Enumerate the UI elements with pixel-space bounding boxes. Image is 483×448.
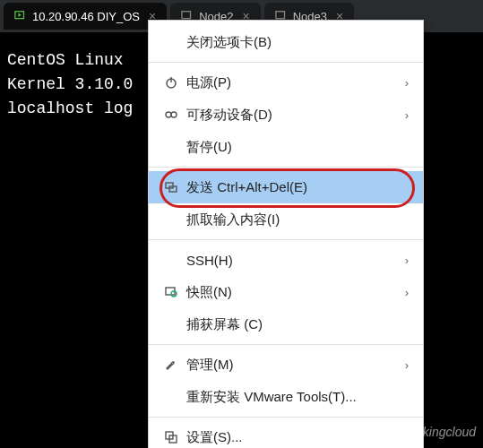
svg-point-6 [171, 112, 177, 117]
chevron-right-icon: › [405, 358, 409, 372]
menu-label: 发送 Ctrl+Alt+Del(E) [183, 179, 409, 196]
menu-grab-input[interactable]: 抓取输入内容(I) [149, 203, 423, 236]
menu-label: 抓取输入内容(I) [183, 211, 409, 228]
svg-rect-1 [182, 12, 191, 19]
svg-point-10 [171, 291, 177, 297]
menu-snapshot[interactable]: 快照(N)› [149, 276, 423, 308]
menu-ssh[interactable]: SSH(H)› [149, 244, 423, 276]
separator [149, 344, 423, 345]
devices-icon [160, 108, 183, 122]
wrench-icon [160, 358, 183, 372]
menu-close-tab[interactable]: 关闭选项卡(B) [149, 26, 423, 58]
menu-label: 可移动设备(D) [183, 107, 405, 124]
chevron-right-icon: › [405, 108, 409, 122]
chevron-right-icon: › [405, 254, 409, 267]
menu-label: 暂停(U) [183, 139, 409, 156]
context-menu: 关闭选项卡(B) 电源(P)› 可移动设备(D)› 暂停(U) 发送 Ctrl+… [148, 20, 424, 448]
menu-capture-screen[interactable]: 捕获屏幕 (C) [149, 308, 423, 340]
menu-power[interactable]: 电源(P)› [149, 66, 423, 99]
menu-label: 快照(N) [183, 284, 405, 301]
menu-manage[interactable]: 管理(M)› [149, 349, 423, 381]
separator [149, 417, 423, 418]
menu-label: 电源(P) [183, 74, 405, 91]
menu-label: 捕获屏幕 (C) [183, 316, 409, 333]
watermark: 头条@walkingcloud [367, 425, 476, 441]
menu-label: 关闭选项卡(B) [183, 34, 409, 51]
menu-label: 重新安装 VMware Tools(T)... [183, 389, 409, 406]
menu-send-ctrl-alt-del[interactable]: 发送 Ctrl+Alt+Del(E) [149, 171, 423, 203]
tab-label: 10.20.90.46 DIY_OS [32, 10, 140, 23]
svg-rect-2 [276, 12, 285, 19]
vm-play-icon [14, 10, 27, 22]
tab-active[interactable]: 10.20.90.46 DIY_OS × [4, 3, 167, 30]
send-keys-icon [160, 180, 183, 194]
separator [149, 239, 423, 240]
menu-reinstall-tools[interactable]: 重新安装 VMware Tools(T)... [149, 381, 423, 413]
svg-point-5 [166, 112, 171, 117]
power-icon [160, 75, 183, 90]
menu-label: 管理(M) [183, 357, 405, 374]
menu-label: SSH(H) [183, 253, 405, 268]
chevron-right-icon: › [405, 286, 409, 299]
separator [149, 62, 423, 63]
separator [149, 167, 423, 168]
menu-removable-devices[interactable]: 可移动设备(D)› [149, 99, 423, 131]
snapshot-icon [160, 285, 183, 299]
menu-pause[interactable]: 暂停(U) [149, 131, 423, 163]
chevron-right-icon: › [405, 76, 409, 90]
settings-icon [160, 430, 183, 444]
